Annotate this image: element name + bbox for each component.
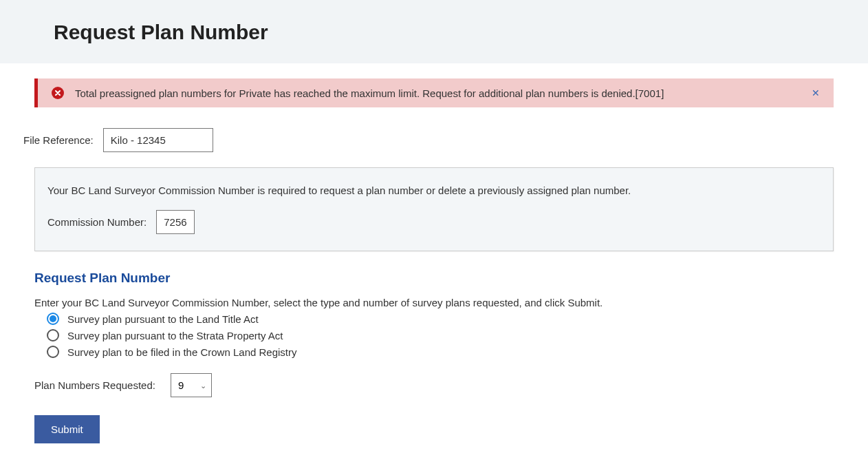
commission-row: Commission Number: xyxy=(47,210,821,234)
radio-option-strata[interactable]: Survey plan pursuant to the Strata Prope… xyxy=(47,329,834,341)
error-message: Total preassigned plan numbers for Priva… xyxy=(75,87,801,99)
commission-label: Commission Number: xyxy=(47,216,147,228)
commission-panel: Your BC Land Surveyor Commission Number … xyxy=(34,167,834,251)
radio-icon xyxy=(47,313,59,325)
radio-icon xyxy=(47,346,59,358)
radio-label: Survey plan to be filed in the Crown Lan… xyxy=(67,346,297,358)
page-title: Request Plan Number xyxy=(54,21,868,44)
commission-number-input[interactable] xyxy=(156,210,195,234)
radio-icon xyxy=(47,329,59,341)
file-reference-label: File Reference: xyxy=(23,134,94,146)
instruction-text: Enter your BC Land Surveyor Commission N… xyxy=(34,297,834,308)
file-reference-input[interactable] xyxy=(103,128,213,152)
file-reference-row: File Reference: xyxy=(23,128,834,152)
plan-numbers-label: Plan Numbers Requested: xyxy=(34,379,155,391)
close-icon[interactable]: ✕ xyxy=(809,88,823,98)
commission-info: Your BC Land Surveyor Commission Number … xyxy=(47,185,821,196)
plan-numbers-row: Plan Numbers Requested: 9 ⌄ xyxy=(34,373,834,397)
error-icon xyxy=(52,87,64,99)
radio-option-crown-land[interactable]: Survey plan to be filed in the Crown Lan… xyxy=(47,346,834,358)
error-alert: Total preassigned plan numbers for Priva… xyxy=(34,78,834,107)
radio-label: Survey plan pursuant to the Strata Prope… xyxy=(67,330,283,341)
plan-type-radio-group: Survey plan pursuant to the Land Title A… xyxy=(47,313,834,358)
header-banner: Request Plan Number xyxy=(0,0,868,63)
submit-button[interactable]: Submit xyxy=(34,415,100,443)
radio-option-land-title[interactable]: Survey plan pursuant to the Land Title A… xyxy=(47,313,834,325)
section-heading: Request Plan Number xyxy=(34,271,834,286)
plan-numbers-select[interactable]: 9 xyxy=(171,373,212,397)
plan-numbers-select-wrap: 9 ⌄ xyxy=(171,373,212,397)
radio-label: Survey plan pursuant to the Land Title A… xyxy=(67,313,259,325)
content: Total preassigned plan numbers for Priva… xyxy=(0,63,868,464)
